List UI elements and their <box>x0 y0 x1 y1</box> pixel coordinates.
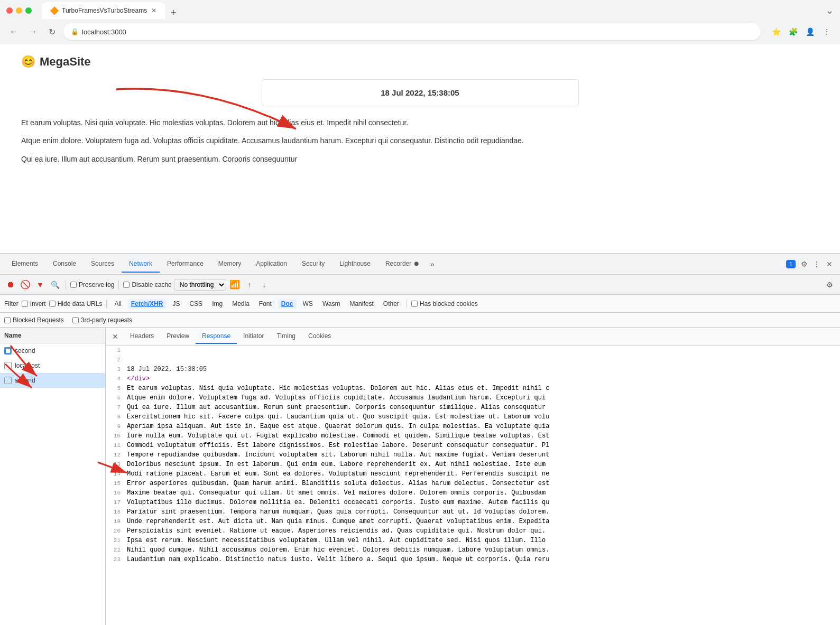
throttle-select[interactable]: No throttling <box>174 279 226 291</box>
back-btn[interactable]: ← <box>6 24 21 39</box>
code-view[interactable]: 12 3 18 Jul 2022, 15:38:054 </div>5 Et e… <box>106 346 840 625</box>
disable-cache-input[interactable] <box>123 282 130 288</box>
code-line: 13 Doloribus nesciunt ipsum. In est labo… <box>106 460 840 469</box>
menu-btn[interactable]: ⋮ <box>820 25 834 39</box>
blocked-requests-input[interactable] <box>4 317 11 323</box>
filter-ws[interactable]: WS <box>300 299 316 309</box>
filter-wasm[interactable]: Wasm <box>319 299 344 309</box>
third-party-input[interactable] <box>72 317 79 323</box>
has-blocked-checkbox[interactable]: Has blocked cookies <box>411 300 478 307</box>
request-checkbox-3[interactable] <box>4 377 12 384</box>
third-party-checkbox[interactable]: 3rd-party requests <box>72 316 132 324</box>
disable-cache-checkbox[interactable]: Disable cache <box>123 281 171 288</box>
invert-checkbox[interactable]: Invert <box>22 300 46 307</box>
code-line: 14 Modi ratione placeat. Earum et eum. S… <box>106 469 840 479</box>
profile-btn[interactable]: 👤 <box>803 25 817 39</box>
filter-other[interactable]: Other <box>380 299 402 309</box>
tab-headers[interactable]: Headers <box>124 329 160 344</box>
hide-data-urls-checkbox[interactable]: Hide data URLs <box>49 300 103 307</box>
tab-memory[interactable]: Memory <box>211 256 248 273</box>
tab-timing[interactable]: Timing <box>270 329 302 344</box>
line-content: Pariatur sint praesentium. Tempora harum… <box>125 507 840 517</box>
tab-lighthouse[interactable]: Lighthouse <box>332 256 378 273</box>
collapse-btn[interactable]: ⌄ <box>826 5 834 16</box>
more-tabs-btn[interactable]: » <box>427 260 438 268</box>
blocked-bar: Blocked Requests 3rd-party requests <box>0 313 840 328</box>
line-number: 13 <box>106 460 125 469</box>
refresh-btn[interactable]: ↻ <box>44 24 59 39</box>
line-content: Ipsa est rerum. Nesciunt necessitatibus … <box>125 536 840 545</box>
extension-btn[interactable]: 🧩 <box>786 25 800 39</box>
preserve-log-input[interactable] <box>70 282 77 288</box>
devtools-more-btn[interactable]: ⋮ <box>810 258 823 270</box>
filter-img[interactable]: Img <box>209 299 226 309</box>
tab-cookies[interactable]: Cookies <box>302 329 337 344</box>
request-item-second-1[interactable]: second <box>0 343 105 358</box>
minimize-btn[interactable] <box>16 7 22 14</box>
tab-security[interactable]: Security <box>294 256 332 273</box>
request-item-second-2[interactable]: second <box>0 373 105 388</box>
filter-css[interactable]: CSS <box>186 299 206 309</box>
network-settings-btn[interactable]: ⚙ <box>823 278 836 291</box>
line-content: Modi ratione placeat. Earum et eum. Sunt… <box>125 469 840 479</box>
request-checkbox-2[interactable] <box>4 362 12 369</box>
tab-bar: 🔶 TurboFramesVsTurboStreams ✕ + <box>36 2 186 19</box>
line-content: Voluptatibus illo ducimus. Dolorem molli… <box>125 498 840 507</box>
filter-manifest[interactable]: Manifest <box>346 299 376 309</box>
hide-data-urls-input[interactable] <box>49 301 56 307</box>
hide-data-urls-label: Hide data URLs <box>58 300 103 307</box>
date-text: 18 Jul 2022, 15:38:05 <box>381 88 459 97</box>
wifi-icon[interactable]: 📶 <box>228 278 241 291</box>
response-close-btn[interactable]: ✕ <box>110 331 121 342</box>
line-number: 9 <box>106 422 125 431</box>
filter-fetch-xhr[interactable]: Fetch/XHR <box>128 299 167 309</box>
upload-btn[interactable]: ↑ <box>243 278 256 291</box>
download-btn[interactable]: ↓ <box>258 278 271 291</box>
request-icon-1 <box>4 347 12 355</box>
requests-list: Name second localhost second <box>0 328 106 625</box>
toolbar-divider-2 <box>118 280 119 290</box>
forward-btn[interactable]: → <box>25 24 40 39</box>
new-tab-btn[interactable]: + <box>167 6 180 19</box>
bookmark-btn[interactable]: ⭐ <box>769 25 783 39</box>
tab-elements[interactable]: Elements <box>4 256 45 273</box>
tab-application[interactable]: Application <box>248 256 294 273</box>
filter-all[interactable]: All <box>111 299 124 309</box>
network-toolbar: ⏺ 🚫 ▼ 🔍 Preserve log Disable cache No th… <box>0 275 840 295</box>
request-item-localhost[interactable]: localhost <box>0 358 105 373</box>
code-line: 6 Atque enim dolore. Voluptatem fuga ad.… <box>106 393 840 403</box>
tab-recorder[interactable]: Recorder ⏺ <box>378 256 427 273</box>
blocked-requests-label: Blocked Requests <box>13 316 64 324</box>
tab-network[interactable]: Network <box>122 256 160 273</box>
preserve-log-checkbox[interactable]: Preserve log <box>70 281 114 288</box>
url-bar[interactable]: 🔒 localhost:3000 <box>63 23 761 40</box>
filter-icon-btn[interactable]: ▼ <box>34 278 47 291</box>
blocked-requests-checkbox[interactable]: Blocked Requests <box>4 316 64 324</box>
tab-console[interactable]: Console <box>45 256 84 273</box>
filter-media[interactable]: Media <box>229 299 253 309</box>
devtools-settings-btn[interactable]: ⚙ <box>798 258 810 270</box>
tab-response[interactable]: Response <box>196 329 237 344</box>
close-btn[interactable] <box>6 7 13 14</box>
tab-performance[interactable]: Performance <box>160 256 211 273</box>
request-name-1: second <box>15 347 35 355</box>
filter-font[interactable]: Font <box>256 299 275 309</box>
active-tab[interactable]: 🔶 TurboFramesVsTurboStreams ✕ <box>42 2 165 19</box>
record-btn[interactable]: ⏺ <box>4 278 17 291</box>
line-number: 19 <box>106 517 125 526</box>
tab-sources[interactable]: Sources <box>84 256 122 273</box>
devtools-close-btn[interactable]: ✕ <box>823 258 836 270</box>
window-controls <box>6 7 32 14</box>
filter-js[interactable]: JS <box>169 299 183 309</box>
has-blocked-input[interactable] <box>411 301 418 307</box>
tab-preview[interactable]: Preview <box>160 329 196 344</box>
search-btn[interactable]: 🔍 <box>49 278 61 291</box>
filter-doc[interactable]: Doc <box>278 299 297 309</box>
invert-input[interactable] <box>22 301 28 307</box>
maximize-btn[interactable] <box>25 7 32 14</box>
code-line: 12 Tempore repudiandae quibusdam. Incidu… <box>106 450 840 460</box>
tab-close-btn[interactable]: ✕ <box>150 6 158 15</box>
code-line: 23 Laudantium nam explicabo. Distinctio … <box>106 555 840 564</box>
clear-btn[interactable]: 🚫 <box>19 278 32 291</box>
tab-initiator[interactable]: Initiator <box>237 329 270 344</box>
